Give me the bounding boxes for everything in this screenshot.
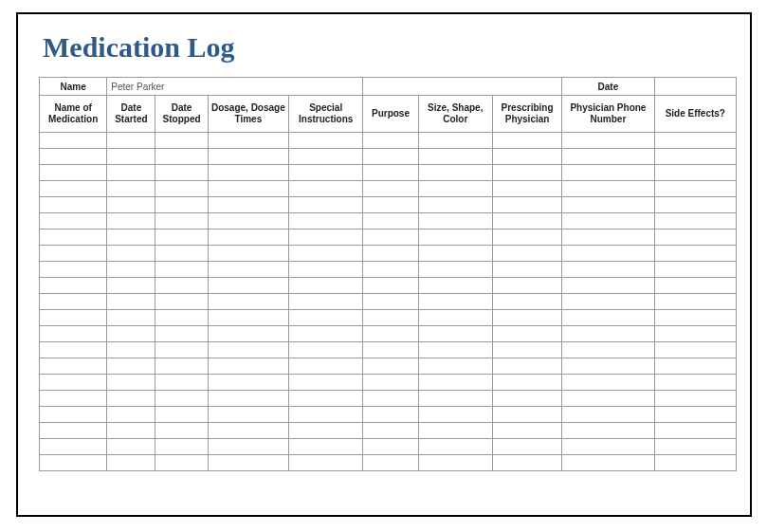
table-cell[interactable]	[654, 455, 736, 471]
table-cell[interactable]	[654, 375, 736, 391]
table-cell[interactable]	[562, 407, 654, 423]
table-cell[interactable]	[40, 407, 107, 423]
table-cell[interactable]	[418, 149, 492, 165]
table-cell[interactable]	[289, 278, 363, 294]
table-cell[interactable]	[155, 133, 208, 149]
table-cell[interactable]	[107, 326, 155, 342]
table-cell[interactable]	[363, 358, 418, 375]
table-cell[interactable]	[289, 229, 363, 246]
table-cell[interactable]	[492, 246, 561, 262]
table-cell[interactable]	[418, 391, 492, 407]
table-cell[interactable]	[289, 391, 363, 407]
table-cell[interactable]	[208, 133, 288, 149]
table-cell[interactable]	[155, 229, 208, 246]
table-cell[interactable]	[107, 262, 155, 278]
table-cell[interactable]	[562, 181, 654, 197]
table-cell[interactable]	[107, 375, 155, 391]
table-cell[interactable]	[40, 391, 107, 407]
table-cell[interactable]	[155, 246, 208, 262]
table-cell[interactable]	[492, 262, 561, 278]
table-cell[interactable]	[155, 326, 208, 342]
table-cell[interactable]	[208, 391, 288, 407]
table-cell[interactable]	[418, 358, 492, 375]
table-cell[interactable]	[654, 197, 736, 213]
table-cell[interactable]	[492, 294, 561, 310]
table-cell[interactable]	[107, 278, 155, 294]
table-cell[interactable]	[208, 455, 288, 471]
table-cell[interactable]	[363, 149, 418, 165]
table-cell[interactable]	[107, 197, 155, 213]
table-cell[interactable]	[208, 197, 288, 213]
table-cell[interactable]	[492, 278, 561, 294]
table-cell[interactable]	[492, 197, 561, 213]
table-cell[interactable]	[208, 294, 288, 310]
table-cell[interactable]	[654, 407, 736, 423]
table-cell[interactable]	[208, 262, 288, 278]
table-cell[interactable]	[654, 439, 736, 455]
table-cell[interactable]	[654, 246, 736, 262]
table-cell[interactable]	[40, 181, 107, 197]
table-cell[interactable]	[363, 342, 418, 358]
table-cell[interactable]	[107, 229, 155, 246]
table-cell[interactable]	[289, 246, 363, 262]
table-cell[interactable]	[562, 310, 654, 326]
table-cell[interactable]	[562, 229, 654, 246]
table-cell[interactable]	[363, 310, 418, 326]
table-cell[interactable]	[492, 375, 561, 391]
table-cell[interactable]	[155, 278, 208, 294]
table-cell[interactable]	[562, 165, 654, 181]
table-cell[interactable]	[155, 197, 208, 213]
table-cell[interactable]	[363, 229, 418, 246]
table-cell[interactable]	[562, 391, 654, 407]
table-cell[interactable]	[40, 342, 107, 358]
table-cell[interactable]	[155, 439, 208, 455]
table-cell[interactable]	[208, 326, 288, 342]
table-cell[interactable]	[363, 439, 418, 455]
table-cell[interactable]	[155, 213, 208, 229]
table-cell[interactable]	[107, 165, 155, 181]
table-cell[interactable]	[418, 310, 492, 326]
table-cell[interactable]	[208, 439, 288, 455]
table-cell[interactable]	[418, 165, 492, 181]
table-cell[interactable]	[418, 278, 492, 294]
table-cell[interactable]	[492, 181, 561, 197]
table-cell[interactable]	[418, 294, 492, 310]
table-cell[interactable]	[40, 326, 107, 342]
table-cell[interactable]	[562, 439, 654, 455]
table-cell[interactable]	[418, 439, 492, 455]
table-cell[interactable]	[289, 310, 363, 326]
table-cell[interactable]	[363, 455, 418, 471]
table-cell[interactable]	[492, 149, 561, 165]
table-cell[interactable]	[492, 310, 561, 326]
table-cell[interactable]	[363, 278, 418, 294]
table-cell[interactable]	[418, 133, 492, 149]
table-cell[interactable]	[492, 455, 561, 471]
table-cell[interactable]	[562, 246, 654, 262]
table-cell[interactable]	[289, 181, 363, 197]
table-cell[interactable]	[208, 149, 288, 165]
table-cell[interactable]	[289, 213, 363, 229]
table-cell[interactable]	[155, 181, 208, 197]
table-cell[interactable]	[208, 310, 288, 326]
table-cell[interactable]	[562, 342, 654, 358]
table-cell[interactable]	[418, 229, 492, 246]
table-cell[interactable]	[492, 439, 561, 455]
table-cell[interactable]	[492, 213, 561, 229]
table-cell[interactable]	[492, 133, 561, 149]
table-cell[interactable]	[654, 423, 736, 439]
name-value[interactable]: Peter Parker	[107, 78, 363, 96]
table-cell[interactable]	[40, 246, 107, 262]
table-cell[interactable]	[418, 262, 492, 278]
table-cell[interactable]	[289, 439, 363, 455]
table-cell[interactable]	[363, 326, 418, 342]
table-cell[interactable]	[208, 423, 288, 439]
table-cell[interactable]	[155, 407, 208, 423]
table-cell[interactable]	[363, 197, 418, 213]
table-cell[interactable]	[363, 165, 418, 181]
table-cell[interactable]	[155, 165, 208, 181]
table-cell[interactable]	[562, 262, 654, 278]
table-cell[interactable]	[40, 278, 107, 294]
table-cell[interactable]	[40, 149, 107, 165]
table-cell[interactable]	[155, 375, 208, 391]
table-cell[interactable]	[418, 181, 492, 197]
